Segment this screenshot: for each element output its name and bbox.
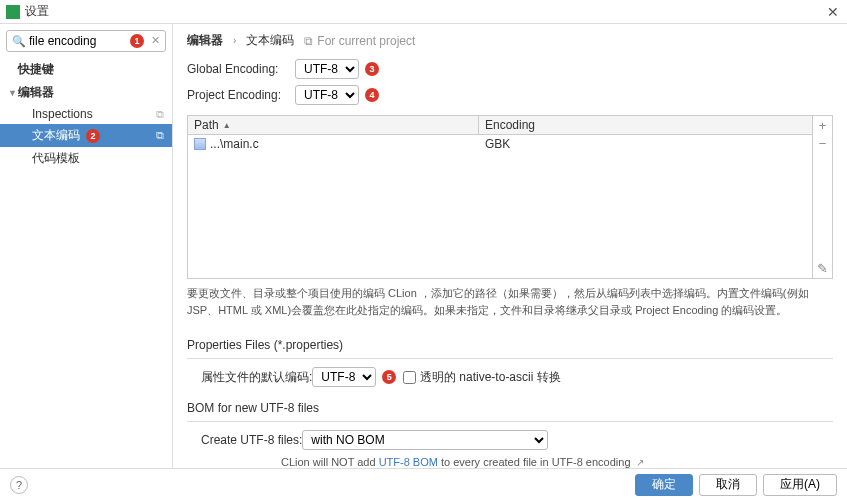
content-panel: 编辑器 › 文本编码 ⧉For current project Global E… [173,24,847,468]
badge-1: 1 [130,34,144,48]
create-utf8-label: Create UTF-8 files: [201,433,302,447]
badge-4: 4 [365,88,379,102]
properties-section-title: Properties Files (*.properties) [187,338,833,352]
sidebar-item-editor[interactable]: ▼编辑器 [0,81,172,104]
properties-encoding-select[interactable]: UTF-8 [312,367,376,387]
utf8-bom-link[interactable]: UTF-8 BOM [379,456,438,468]
clear-icon[interactable]: ✕ [151,34,160,47]
dialog-footer: ? 确定 取消 应用(A) [0,468,847,500]
sort-asc-icon: ▲ [223,121,231,130]
external-link-icon: ↗ [636,457,644,468]
edit-icon[interactable]: ✎ [814,260,832,278]
ok-button[interactable]: 确定 [635,474,693,496]
sidebar: 🔍 ✕ 1 快捷键 ▼编辑器 Inspections⧉ 文本编码2⧉ 代码模板 [0,24,173,468]
description-text: 要更改文件、目录或整个项目使用的编码 CLion ，添加它的路径（如果需要），然… [187,285,833,320]
sidebar-item-inspections[interactable]: Inspections⧉ [0,104,172,124]
bom-section-title: BOM for new UTF-8 files [187,401,833,415]
project-encoding-select[interactable]: UTF-8 [295,85,359,105]
copy-icon: ⧉ [156,108,164,121]
search-icon: 🔍 [12,35,26,48]
copy-icon: ⧉ [304,34,313,48]
badge-3: 3 [365,62,379,76]
titlebar: 设置 ✕ [0,0,847,24]
sidebar-item-file-encodings[interactable]: 文本编码2⧉ [0,124,172,147]
bom-hint: CLion will NOT add UTF-8 BOM to every cr… [281,456,833,468]
table-row[interactable]: ...\main.c GBK [188,135,812,153]
global-encoding-select[interactable]: UTF-8 [295,59,359,79]
global-encoding-label: Global Encoding: [187,62,295,76]
file-icon [194,138,206,150]
encoding-table: Path▲ Encoding ...\main.c GBK + − ✎ [187,115,833,279]
copy-icon: ⧉ [156,129,164,142]
properties-encoding-label: 属性文件的默认编码: [201,369,312,386]
badge-2: 2 [86,129,100,143]
chevron-right-icon: › [233,35,236,46]
help-icon[interactable]: ? [10,476,28,494]
add-icon[interactable]: + [814,116,832,134]
native-to-ascii-label: 透明的 native-to-ascii 转换 [420,369,561,386]
native-to-ascii-checkbox[interactable] [403,371,416,384]
apply-button[interactable]: 应用(A) [763,474,837,496]
badge-5: 5 [382,370,396,384]
window-title: 设置 [25,3,825,20]
breadcrumb: 编辑器 › 文本编码 ⧉For current project [187,32,833,49]
settings-tree: 快捷键 ▼编辑器 Inspections⧉ 文本编码2⧉ 代码模板 [0,58,172,170]
remove-icon[interactable]: − [814,134,832,152]
column-path[interactable]: Path▲ [188,116,479,134]
cancel-button[interactable]: 取消 [699,474,757,496]
column-encoding[interactable]: Encoding [479,116,812,134]
close-icon[interactable]: ✕ [825,4,841,20]
app-icon [6,5,20,19]
sidebar-item-keymap[interactable]: 快捷键 [0,58,172,81]
project-encoding-label: Project Encoding: [187,88,295,102]
sidebar-item-code-templates[interactable]: 代码模板 [0,147,172,170]
create-utf8-select[interactable]: with NO BOM [302,430,548,450]
project-scope-label: ⧉For current project [304,34,415,48]
